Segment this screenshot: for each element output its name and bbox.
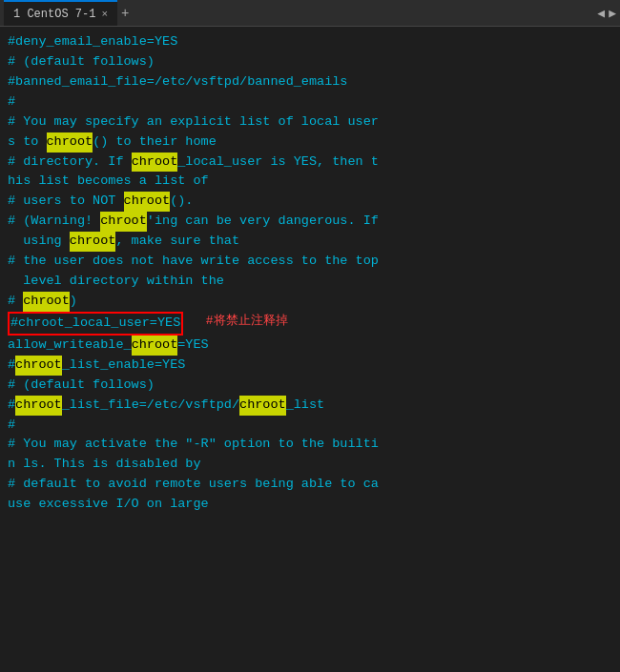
code-span: # default to avoid remote users being ab… [8,475,379,495]
code-line: # You may activate the "-R" option to th… [8,435,612,455]
code-line: using chroot, make sure that [8,232,612,252]
code-span: _local_user is YES, then t [177,153,379,173]
code-span: 'ing can be very dangerous. If [147,212,379,232]
code-span: chroot [132,153,178,173]
code-line: # chroot) [8,292,612,312]
nav-arrows: ◀ ▶ [597,6,616,21]
code-line: use excessive I/O on large [8,495,612,515]
code-line: n ls. This is disabled by [8,455,612,475]
code-line: s to chroot() to their home [8,132,612,153]
code-span: chroot [15,396,62,416]
code-span: #将禁止注释掉 [191,312,287,336]
code-span: chroot [124,192,171,212]
code-line: # directory. If chroot_local_user is YES… [8,153,612,173]
code-span: chroot [15,356,62,376]
code-span: s to [8,132,47,153]
code-line: # [8,92,612,112]
code-line: allow_writeable_chroot=YES [8,336,612,356]
code-line: #chroot_list_enable=YES [8,356,612,376]
code-span: allow_writeable_ [8,336,132,356]
code-span: # [8,292,23,312]
code-span: chroot [100,212,147,232]
code-span: # (Warning! [8,212,100,232]
code-span: =YES [177,336,208,356]
code-span: # [8,92,15,112]
code-span: ) [70,292,77,312]
code-span: level directory within the [8,272,224,292]
code-span: # [8,356,15,376]
code-span: chroot [23,292,70,312]
code-line: # You may specify an explicit list of lo… [8,112,612,132]
code-span: chroot [47,132,93,153]
code-line: #chroot_list_file=/etc/vsftpd/chroot_lis… [8,396,612,416]
code-line: # (default follows) [8,376,612,396]
titlebar: 1 CentOS 7-1 × + ◀ ▶ [0,0,620,27]
code-span: (). [170,192,193,212]
code-span: _list_enable=YES [62,356,186,376]
code-span: # directory. If [8,153,132,173]
code-span: use excessive I/O on large [8,495,209,515]
code-line: #banned_email_file=/etc/vsftpd/banned_em… [8,72,612,92]
tab-centos[interactable]: 1 CentOS 7-1 × [4,0,117,26]
code-span: #deny_email_enable=YES [8,32,177,52]
tab-label: 1 CentOS 7-1 [13,8,95,21]
code-span: n ls. This is disabled by [8,455,201,475]
nav-right-icon[interactable]: ▶ [609,6,616,21]
code-line: # (default follows) [8,52,612,72]
code-span: # [8,416,15,436]
code-span: # (default follows) [8,52,155,72]
code-span: #chroot_local_user=YES [8,312,183,336]
code-span: () to their home [93,132,217,153]
code-area: #deny_email_enable=YES# (default follows… [0,27,620,672]
code-line: his list becomes a list of [8,172,612,192]
code-line: # [8,416,612,436]
code-span: # the user does not have write access to… [8,252,379,272]
code-span: chroot [239,396,286,416]
nav-left-icon[interactable]: ◀ [597,6,605,21]
code-span: chroot [132,336,178,356]
tab-close-icon[interactable]: × [101,9,108,20]
code-line: # default to avoid remote users being ab… [8,475,612,495]
code-span: using [8,232,70,252]
code-span: , make sure that [115,232,239,252]
code-line: # (Warning! chroot'ing can be very dange… [8,212,612,232]
code-span: _list [286,396,325,416]
code-span: chroot [70,232,116,252]
tab-add-icon[interactable]: + [121,6,129,21]
code-span: # You may specify an explicit list of lo… [8,112,379,132]
code-line: #deny_email_enable=YES [8,32,612,52]
code-line: #chroot_local_user=YES #将禁止注释掉 [8,312,612,336]
code-span: his list becomes a list of [8,172,209,192]
code-line: # the user does not have write access to… [8,252,612,272]
code-span: #banned_email_file=/etc/vsftpd/banned_em… [8,72,347,92]
code-span: # (default follows) [8,376,155,396]
code-span: # [8,396,15,416]
code-line: level directory within the [8,272,612,292]
code-span: # users to NOT [8,192,124,212]
code-span: _list_file=/etc/vsftpd/ [62,396,239,416]
code-span: # You may activate the "-R" option to th… [8,435,379,455]
code-line: # users to NOT chroot(). [8,192,612,212]
